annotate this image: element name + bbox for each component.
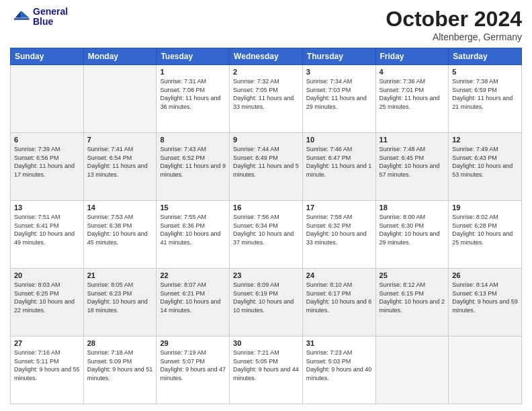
day-info: Sunrise: 7:46 AM Sunset: 6:47 PM Dayligh… [306, 145, 372, 179]
day-info: Sunrise: 7:49 AM Sunset: 6:43 PM Dayligh… [452, 145, 518, 179]
day-info: Sunrise: 8:12 AM Sunset: 6:15 PM Dayligh… [380, 281, 445, 314]
calendar-day-cell [375, 336, 449, 404]
calendar-day-cell: 1Sunrise: 7:31 AM Sunset: 7:08 PM Daylig… [157, 65, 230, 133]
day-info: Sunrise: 8:05 AM Sunset: 6:23 PM Dayligh… [87, 281, 153, 314]
calendar-day-cell: 8Sunrise: 7:43 AM Sunset: 6:52 PM Daylig… [157, 133, 230, 201]
calendar-day-cell: 21Sunrise: 8:05 AM Sunset: 6:23 PM Dayli… [83, 269, 157, 336]
day-number: 21 [87, 271, 153, 279]
day-number: 28 [87, 339, 153, 347]
day-info: Sunrise: 8:10 AM Sunset: 6:17 PM Dayligh… [306, 281, 372, 314]
calendar-day-cell [11, 65, 84, 133]
day-info: Sunrise: 7:34 AM Sunset: 7:03 PM Dayligh… [306, 77, 372, 111]
day-number: 5 [452, 68, 518, 76]
calendar-day-cell: 6Sunrise: 7:39 AM Sunset: 6:56 PM Daylig… [11, 133, 84, 201]
calendar-day-cell: 20Sunrise: 8:03 AM Sunset: 6:25 PM Dayli… [11, 269, 84, 336]
calendar-day-cell: 2Sunrise: 7:32 AM Sunset: 7:05 PM Daylig… [230, 65, 303, 133]
day-number: 6 [14, 136, 80, 144]
calendar-day-cell: 19Sunrise: 8:02 AM Sunset: 6:28 PM Dayli… [449, 201, 522, 269]
svg-marker-0 [21, 11, 30, 18]
day-number: 25 [380, 271, 445, 279]
day-of-week-header: Wednesday [230, 48, 303, 65]
svg-marker-1 [15, 11, 21, 18]
calendar-day-cell: 23Sunrise: 8:09 AM Sunset: 6:19 PM Dayli… [230, 269, 303, 336]
calendar-header-row: SundayMondayTuesdayWednesdayThursdayFrid… [11, 48, 522, 65]
day-number: 23 [233, 271, 299, 279]
day-of-week-header: Tuesday [157, 48, 230, 65]
day-number: 18 [380, 203, 445, 212]
calendar-day-cell: 29Sunrise: 7:19 AM Sunset: 5:07 PM Dayli… [157, 336, 230, 404]
day-info: Sunrise: 7:38 AM Sunset: 6:59 PM Dayligh… [452, 77, 518, 111]
calendar-day-cell: 12Sunrise: 7:49 AM Sunset: 6:43 PM Dayli… [449, 133, 522, 201]
month-title: October 2024 [386, 7, 522, 32]
day-number: 17 [306, 203, 372, 212]
day-info: Sunrise: 7:23 AM Sunset: 5:03 PM Dayligh… [306, 349, 372, 382]
svg-rect-2 [14, 19, 30, 20]
day-number: 15 [160, 203, 226, 212]
day-number: 24 [306, 271, 372, 279]
calendar-day-cell [449, 336, 522, 404]
day-number: 8 [160, 136, 226, 144]
calendar-day-cell: 30Sunrise: 7:21 AM Sunset: 5:05 PM Dayli… [230, 336, 303, 404]
day-info: Sunrise: 7:48 AM Sunset: 6:45 PM Dayligh… [380, 145, 445, 179]
day-number: 22 [160, 271, 226, 279]
day-info: Sunrise: 7:18 AM Sunset: 5:09 PM Dayligh… [87, 349, 153, 382]
day-info: Sunrise: 7:55 AM Sunset: 6:36 PM Dayligh… [160, 213, 226, 246]
day-number: 2 [233, 68, 299, 76]
day-number: 9 [233, 136, 299, 144]
day-number: 19 [452, 203, 518, 212]
day-info: Sunrise: 7:31 AM Sunset: 7:08 PM Dayligh… [160, 77, 226, 111]
day-info: Sunrise: 7:53 AM Sunset: 6:38 PM Dayligh… [87, 213, 153, 246]
calendar-day-cell: 28Sunrise: 7:18 AM Sunset: 5:09 PM Dayli… [83, 336, 157, 404]
day-number: 31 [306, 339, 372, 347]
day-of-week-header: Saturday [449, 48, 522, 65]
logo-line2: Blue [33, 17, 68, 27]
day-number: 13 [14, 203, 80, 212]
day-number: 4 [380, 68, 445, 76]
day-number: 14 [87, 203, 153, 212]
day-number: 11 [380, 136, 445, 144]
day-info: Sunrise: 7:58 AM Sunset: 6:32 PM Dayligh… [306, 213, 372, 246]
day-number: 3 [306, 68, 372, 76]
calendar-day-cell: 5Sunrise: 7:38 AM Sunset: 6:59 PM Daylig… [449, 65, 522, 133]
title-area: October 2024 Altenberge, Germany [386, 7, 522, 42]
day-info: Sunrise: 7:19 AM Sunset: 5:07 PM Dayligh… [160, 349, 226, 382]
day-number: 7 [87, 136, 153, 144]
day-of-week-header: Friday [375, 48, 449, 65]
day-of-week-header: Thursday [302, 48, 375, 65]
calendar-day-cell: 25Sunrise: 8:12 AM Sunset: 6:15 PM Dayli… [375, 269, 449, 336]
calendar-day-cell: 18Sunrise: 8:00 AM Sunset: 6:30 PM Dayli… [375, 201, 449, 269]
day-info: Sunrise: 7:41 AM Sunset: 6:54 PM Dayligh… [87, 145, 153, 179]
calendar-week-row: 20Sunrise: 8:03 AM Sunset: 6:25 PM Dayli… [11, 269, 522, 336]
day-number: 30 [233, 339, 299, 347]
calendar-day-cell: 24Sunrise: 8:10 AM Sunset: 6:17 PM Dayli… [302, 269, 375, 336]
day-info: Sunrise: 8:09 AM Sunset: 6:19 PM Dayligh… [233, 281, 299, 314]
day-info: Sunrise: 8:07 AM Sunset: 6:21 PM Dayligh… [160, 281, 226, 314]
day-of-week-header: Sunday [11, 48, 84, 65]
calendar-day-cell [83, 65, 157, 133]
day-info: Sunrise: 8:14 AM Sunset: 6:13 PM Dayligh… [452, 281, 518, 314]
day-info: Sunrise: 7:44 AM Sunset: 6:49 PM Dayligh… [233, 145, 299, 179]
calendar-table: SundayMondayTuesdayWednesdayThursdayFrid… [10, 48, 522, 404]
calendar-day-cell: 17Sunrise: 7:58 AM Sunset: 6:32 PM Dayli… [302, 201, 375, 269]
calendar-day-cell: 9Sunrise: 7:44 AM Sunset: 6:49 PM Daylig… [230, 133, 303, 201]
logo-line1: General [33, 7, 68, 17]
logo-text: General Blue [33, 7, 68, 28]
day-number: 16 [233, 203, 299, 212]
day-number: 20 [14, 271, 80, 279]
calendar-week-row: 13Sunrise: 7:51 AM Sunset: 6:41 PM Dayli… [11, 201, 522, 269]
calendar-day-cell: 31Sunrise: 7:23 AM Sunset: 5:03 PM Dayli… [302, 336, 375, 404]
calendar-day-cell: 15Sunrise: 7:55 AM Sunset: 6:36 PM Dayli… [157, 201, 230, 269]
calendar-week-row: 6Sunrise: 7:39 AM Sunset: 6:56 PM Daylig… [11, 133, 522, 201]
location-subtitle: Altenberge, Germany [386, 32, 522, 42]
day-number: 27 [14, 339, 80, 347]
day-number: 26 [452, 271, 518, 279]
day-number: 12 [452, 136, 518, 144]
calendar-day-cell: 7Sunrise: 7:41 AM Sunset: 6:54 PM Daylig… [83, 133, 157, 201]
calendar-day-cell: 11Sunrise: 7:48 AM Sunset: 6:45 PM Dayli… [375, 133, 449, 201]
calendar-day-cell: 3Sunrise: 7:34 AM Sunset: 7:03 PM Daylig… [302, 65, 375, 133]
day-info: Sunrise: 7:43 AM Sunset: 6:52 PM Dayligh… [160, 145, 226, 179]
logo-icon [10, 7, 30, 27]
day-info: Sunrise: 7:16 AM Sunset: 5:11 PM Dayligh… [14, 349, 80, 382]
calendar-week-row: 27Sunrise: 7:16 AM Sunset: 5:11 PM Dayli… [11, 336, 522, 404]
calendar-day-cell: 16Sunrise: 7:56 AM Sunset: 6:34 PM Dayli… [230, 201, 303, 269]
